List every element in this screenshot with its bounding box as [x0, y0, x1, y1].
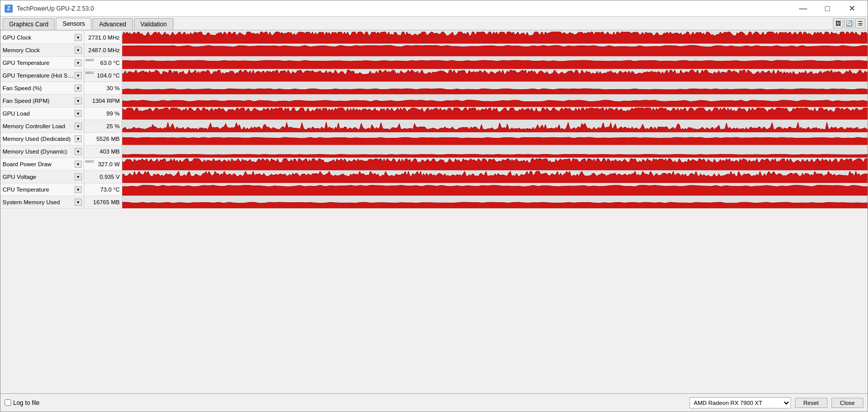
sensor-dropdown-arrow[interactable]: ▼ [75, 97, 82, 104]
sensor-row: Memory Used (Dedicated)▼5526 MB [1, 133, 867, 145]
sensor-dropdown-arrow[interactable]: ▼ [75, 161, 82, 168]
sensor-graph [122, 57, 867, 69]
reset-button[interactable]: Reset [795, 398, 827, 408]
sensor-value-text: 25 % [107, 123, 120, 129]
menu-icon[interactable]: ☰ [855, 18, 865, 28]
sensor-name-container: GPU Temperature▼ [1, 57, 84, 69]
close-button[interactable]: Close [831, 398, 863, 408]
minimize-button[interactable]: — [791, 1, 815, 17]
sensor-dropdown-arrow[interactable]: ▼ [75, 72, 82, 79]
log-container: Log to file [5, 399, 40, 406]
sensor-name-container: Memory Clock▼ [1, 44, 84, 56]
sensor-value-container: 403 MB [84, 145, 122, 158]
sensor-graph [122, 31, 867, 44]
sensor-name-label: GPU Clock [3, 34, 75, 41]
log-checkbox[interactable] [5, 399, 11, 406]
toolbar-icons: 🖼 🔄 ☰ [833, 18, 867, 28]
sensor-graph [122, 107, 867, 120]
tab-advanced[interactable]: Advanced [92, 18, 132, 30]
sensor-dropdown-arrow[interactable]: ▼ [75, 85, 82, 92]
sensor-row: GPU Temperature (Hot Spot)▼MAX104.0 °C [1, 69, 867, 82]
sensor-row: GPU Temperature▼MAX63.0 °C [1, 57, 867, 69]
sensor-name-label: Memory Used (Dynamic) [3, 148, 75, 155]
sensor-value-text: 30 % [107, 85, 120, 91]
main-window: Z TechPowerUp GPU-Z 2.53.0 — □ ✕ Graphic… [0, 0, 868, 412]
sensor-value-container: 0.935 V [84, 171, 122, 183]
sensor-value-container: 99 % [84, 107, 122, 120]
sensor-name-label: GPU Temperature (Hot Spot) [3, 72, 75, 79]
sensor-value-text: 1304 RPM [92, 98, 120, 104]
tab-sensors[interactable]: Sensors [56, 18, 91, 30]
gpu-selector[interactable]: AMD Radeon RX 7900 XT [689, 397, 791, 408]
bottom-right: AMD Radeon RX 7900 XT Reset Close [689, 397, 863, 408]
sensor-name-label: GPU Load [3, 110, 75, 117]
sensor-value-text: 16765 MB [93, 199, 120, 205]
sensor-graph [122, 120, 867, 132]
sensor-value-text: 403 MB [99, 148, 120, 155]
sensor-value-text: 2731.0 MHz [88, 34, 120, 41]
tab-graphics-card[interactable]: Graphics Card [3, 18, 55, 30]
sensor-name-label: Memory Used (Dedicated) [3, 136, 75, 142]
sensor-row: Memory Controller Load▼25 % [1, 120, 867, 133]
sensor-dropdown-arrow[interactable]: ▼ [75, 135, 82, 142]
tabs-container: Graphics Card Sensors Advanced Validatio… [1, 17, 177, 30]
sensors-content: GPU Clock▼2731.0 MHzMemory Clock▼2487.0 … [1, 30, 867, 393]
sensor-value-container: 30 % [84, 82, 122, 94]
sensor-value-container: 1304 RPM [84, 95, 122, 107]
tab-validation[interactable]: Validation [134, 18, 173, 30]
sensor-row: System Memory Used▼16765 MB [1, 196, 867, 209]
sensor-name-label: Board Power Draw [3, 161, 75, 167]
sensor-dropdown-arrow[interactable]: ▼ [75, 148, 82, 155]
sensor-graph [122, 133, 867, 145]
sensor-dropdown-arrow[interactable]: ▼ [75, 47, 82, 54]
sensor-value-text: 327.0 W [98, 161, 120, 167]
sensor-name-label: CPU Temperature [3, 186, 75, 193]
maximize-button[interactable]: □ [816, 1, 839, 17]
sensor-name-label: Fan Speed (%) [3, 85, 75, 91]
sensor-name-label: Fan Speed (RPM) [3, 98, 75, 104]
screenshot-icon[interactable]: 🖼 [833, 18, 843, 28]
sensor-dropdown-arrow[interactable]: ▼ [75, 59, 82, 66]
sensor-value-container: MAX327.0 W [84, 158, 122, 170]
sensor-dropdown-arrow[interactable]: ▼ [75, 186, 82, 193]
sensor-name-label: GPU Voltage [3, 174, 75, 180]
sensor-value-text: 2487.0 MHz [88, 47, 120, 53]
sensor-value-container: 5526 MB [84, 133, 122, 145]
sensor-name-container: GPU Load▼ [1, 107, 84, 120]
sensor-name-container: Memory Controller Load▼ [1, 120, 84, 132]
sensor-dropdown-arrow[interactable]: ▼ [75, 110, 82, 117]
sensor-graph [122, 82, 867, 94]
refresh-icon[interactable]: 🔄 [844, 18, 854, 28]
sensor-value-text: 0.935 V [99, 174, 120, 180]
title-bar-left: Z TechPowerUp GPU-Z 2.53.0 [5, 5, 94, 13]
sensor-row: Memory Used (Dynamic)▼403 MB [1, 145, 867, 158]
sensor-row: GPU Voltage▼0.935 V [1, 171, 867, 183]
sensor-value-container: 73.0 °C [84, 183, 122, 196]
window-title: TechPowerUp GPU-Z 2.53.0 [17, 5, 94, 12]
sensor-name-container: Memory Used (Dynamic)▼ [1, 145, 84, 158]
sensor-value-container: 2487.0 MHz [84, 44, 122, 56]
sensor-value-container: MAX63.0 °C [84, 57, 122, 69]
sensor-dropdown-arrow[interactable]: ▼ [75, 34, 82, 41]
sensor-graph [122, 44, 867, 56]
close-window-button[interactable]: ✕ [840, 1, 863, 17]
sensor-name-container: GPU Clock▼ [1, 31, 84, 44]
sensor-value-text: 99 % [107, 110, 120, 117]
sensor-dropdown-arrow[interactable]: ▼ [75, 199, 82, 206]
sensor-name-container: Fan Speed (RPM)▼ [1, 95, 84, 107]
sensor-value-container: MAX104.0 °C [84, 69, 122, 82]
sensor-row: Fan Speed (RPM)▼1304 RPM [1, 95, 867, 107]
sensor-graph [122, 95, 867, 107]
sensor-value-text: 73.0 °C [100, 186, 120, 193]
sensor-value-text: 63.0 °C [100, 60, 120, 66]
sensor-row: CPU Temperature▼73.0 °C [1, 183, 867, 196]
sensor-dropdown-arrow[interactable]: ▼ [75, 123, 82, 130]
sensor-name-label: Memory Controller Load [3, 123, 75, 129]
sensor-name-container: GPU Temperature (Hot Spot)▼ [1, 69, 84, 82]
sensor-graph [122, 158, 867, 170]
title-bar: Z TechPowerUp GPU-Z 2.53.0 — □ ✕ [1, 1, 867, 17]
sensor-dropdown-arrow[interactable]: ▼ [75, 173, 82, 180]
bottom-bar: Log to file AMD Radeon RX 7900 XT Reset … [1, 393, 867, 411]
sensor-name-container: System Memory Used▼ [1, 196, 84, 208]
app-icon: Z [5, 5, 13, 13]
